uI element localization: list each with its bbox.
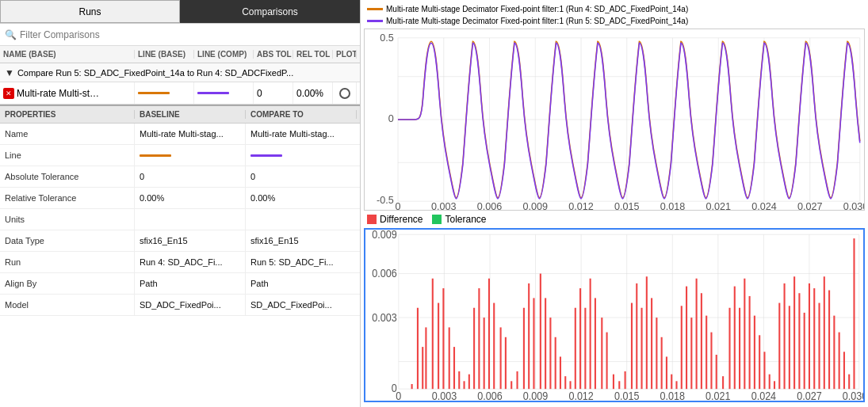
row-plot[interactable] [333,82,357,104]
svg-rect-146 [853,238,855,389]
svg-text:0.015: 0.015 [614,200,639,210]
tabs: Runs Comparisons [0,0,360,24]
tab-runs[interactable]: Runs [0,0,180,23]
svg-rect-94 [584,308,586,389]
svg-rect-78 [500,327,502,389]
legend-item-tol: Tolerance [432,214,486,225]
svg-rect-131 [778,303,780,390]
svg-text:0.006: 0.006 [477,390,503,401]
ph-properties: PROPERTIES [0,110,135,119]
props-header: PROPERTIES BASELINE COMPARE TO [0,106,360,124]
svg-text:-0.5: -0.5 [377,194,394,206]
svg-text:0.006: 0.006 [477,200,502,210]
prop-compare: 0 [246,166,357,187]
svg-rect-119 [716,355,717,389]
table-header: NAME (BASE) LINE (BASE) LINE (COMP) ABS … [0,46,360,63]
col-abs-tol: ABS TOL [254,50,293,59]
svg-rect-61 [411,384,413,389]
prop-label: Name [0,124,135,144]
svg-rect-88 [555,337,556,389]
prop-label: Model [0,295,135,315]
row-name: ✕ Multi-rate Multi-stag... [0,82,135,104]
svg-rect-64 [425,327,426,389]
line-base-preview [138,92,170,94]
svg-rect-110 [671,375,672,390]
svg-text:0.018: 0.018 [660,200,685,210]
prop-compare: Path [246,273,357,294]
prop-row: Relative Tolerance0.00%0.00% [0,188,360,209]
svg-rect-101 [625,371,626,389]
svg-rect-136 [804,313,805,389]
svg-rect-72 [468,375,470,390]
svg-text:0.030: 0.030 [843,390,863,401]
svg-text:0.003: 0.003 [431,200,456,210]
svg-rect-114 [690,318,692,389]
legend-diff-label: Difference [380,214,423,225]
svg-text:0.027: 0.027 [797,200,822,210]
svg-rect-74 [478,288,480,389]
svg-rect-128 [763,352,765,389]
compare-group-label: Compare Run 5: SD_ADC_FixedPoint_14a to … [17,68,293,78]
svg-rect-132 [784,283,786,389]
prop-compare [246,145,357,165]
svg-rect-117 [705,316,707,390]
svg-rect-109 [666,356,667,389]
prop-baseline: 0 [135,166,246,187]
svg-rect-138 [813,288,815,389]
prop-row: Data Typesfix16_En15sfix16_En15 [0,230,360,252]
svg-rect-115 [696,279,698,389]
legend-item-orange: Multi-rate Multi-stage Decimator Fixed-p… [367,5,688,13]
svg-rect-86 [545,298,546,389]
svg-rect-144 [843,352,845,389]
svg-rect-66 [438,303,439,390]
top-chart-svg: 0.5 0 -0.5 0 0.003 0.006 0.009 0.012 0.0… [365,29,864,210]
svg-rect-127 [759,335,760,389]
prop-label: Line [0,145,135,165]
svg-rect-100 [618,381,620,389]
svg-rect-89 [560,356,561,389]
prop-label: Units [0,209,135,230]
svg-rect-103 [636,283,637,389]
svg-text:0.009: 0.009 [372,230,396,241]
tab-comparisons[interactable]: Comparisons [180,0,360,23]
svg-text:0: 0 [396,390,401,401]
legend-item-purple: Multi-rate Multi-stage Decimator Fixed-p… [367,17,688,25]
prop-compare: 0.00% [246,188,357,208]
prop-row: Align ByPathPath [0,273,360,295]
legend-label-orange: Multi-rate Multi-stage Decimator Fixed-p… [386,5,688,13]
plot-toggle[interactable] [339,88,350,99]
svg-rect-118 [710,333,712,390]
search-icon: 🔍 [5,29,17,40]
col-line-comp: LINE (COMP) [194,50,254,59]
svg-text:0.003: 0.003 [432,390,457,401]
svg-rect-116 [701,293,702,389]
svg-rect-79 [505,337,507,389]
prop-baseline: Multi-rate Multi-stag... [135,124,246,144]
svg-rect-70 [458,371,460,389]
svg-text:0.024: 0.024 [751,390,777,401]
table-row: ✕ Multi-rate Multi-stag... 0 0.00% [0,82,360,105]
expand-arrow[interactable]: ▼ [5,67,14,78]
legend-bottom: Difference Tolerance [364,212,865,226]
svg-rect-75 [484,318,485,389]
svg-rect-120 [722,376,724,389]
svg-text:0: 0 [395,200,400,210]
filter-input[interactable] [20,29,355,40]
row-abs-tol[interactable]: 0 [254,82,293,104]
svg-rect-97 [601,318,602,389]
row-rel-tol[interactable]: 0.00% [293,82,333,104]
svg-rect-126 [754,316,755,390]
prop-compare: Multi-rate Multi-stag... [246,124,357,144]
row-line-base [135,82,194,104]
svg-rect-125 [749,296,751,389]
remove-button[interactable]: ✕ [3,88,14,99]
svg-rect-67 [442,288,444,389]
svg-text:0.024: 0.024 [751,200,776,210]
svg-rect-137 [809,283,810,389]
svg-rect-113 [686,287,687,390]
filter-bar: 🔍 [0,24,360,46]
legend-tol-icon [432,215,442,224]
col-plot: PLOT [333,50,357,59]
properties-panel: PROPERTIES BASELINE COMPARE TO NameMulti… [0,105,360,407]
legend-tol-label: Tolerance [445,214,486,225]
